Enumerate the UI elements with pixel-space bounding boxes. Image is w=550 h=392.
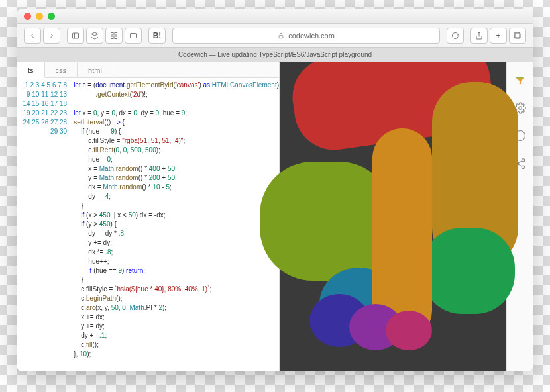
address-bar[interactable]: codewich.com <box>172 28 440 44</box>
share-button[interactable] <box>470 28 488 44</box>
svg-point-12 <box>518 107 522 110</box>
app-logo[interactable] <box>513 73 527 87</box>
svg-rect-8 <box>279 35 283 38</box>
svg-point-16 <box>522 159 525 162</box>
svg-rect-4 <box>115 32 117 35</box>
new-tab-button[interactable]: + <box>490 28 507 44</box>
tab-title: Codewich — Live updating TypeScript/ES6/… <box>178 51 372 58</box>
browser-window: B! codewich.com + Codewich — Live updati… <box>17 9 533 371</box>
shape-green <box>422 228 515 314</box>
line-gutter: 1 2 3 4 5 6 7 8 9 10 11 12 13 14 15 16 1… <box>17 78 71 371</box>
lock-icon <box>278 32 284 39</box>
close-window-button[interactable] <box>24 13 31 20</box>
page-content: tscsshtml 1 2 3 4 5 6 7 8 9 10 11 12 13 … <box>17 62 533 371</box>
svg-rect-6 <box>115 36 117 39</box>
svg-rect-7 <box>131 33 137 38</box>
maximize-window-button[interactable] <box>48 13 55 20</box>
svg-rect-3 <box>111 32 114 35</box>
editor-tab-html[interactable]: html <box>78 62 113 77</box>
sidebar-icon[interactable] <box>67 28 84 44</box>
grid-icon[interactable] <box>105 28 123 44</box>
bookmark-b-icon[interactable]: B! <box>148 28 166 44</box>
editor-pane: tscsshtml 1 2 3 4 5 6 7 8 9 10 11 12 13 … <box>17 62 280 371</box>
browser-toolbar: B! codewich.com + <box>17 24 533 48</box>
svg-line-20 <box>518 161 522 163</box>
tabs-icon[interactable] <box>125 28 142 44</box>
back-button[interactable] <box>24 28 41 44</box>
window-titlebar <box>17 9 533 24</box>
tabs-overview-button[interactable] <box>509 28 526 44</box>
shape-pink <box>386 311 432 350</box>
editor-tabs: tscsshtml <box>17 62 279 78</box>
reload-button[interactable] <box>447 28 464 44</box>
canvas-preview <box>280 62 506 371</box>
svg-rect-5 <box>111 36 114 39</box>
editor-tab-ts[interactable]: ts <box>17 62 45 78</box>
svg-marker-2 <box>91 32 98 36</box>
layers-icon[interactable] <box>86 28 103 44</box>
browser-tab[interactable]: Codewich — Live updating TypeScript/ES6/… <box>17 48 533 62</box>
editor-tab-css[interactable]: css <box>45 62 78 77</box>
address-domain: codewich.com <box>288 32 335 40</box>
code-source[interactable]: let c = (document.getElementById('canvas… <box>71 78 279 371</box>
forward-button[interactable] <box>43 28 60 44</box>
svg-line-19 <box>518 164 522 166</box>
code-editor[interactable]: 1 2 3 4 5 6 7 8 9 10 11 12 13 14 15 16 1… <box>17 78 279 371</box>
svg-rect-0 <box>73 33 79 38</box>
svg-point-18 <box>522 166 525 169</box>
minimize-window-button[interactable] <box>36 13 43 20</box>
